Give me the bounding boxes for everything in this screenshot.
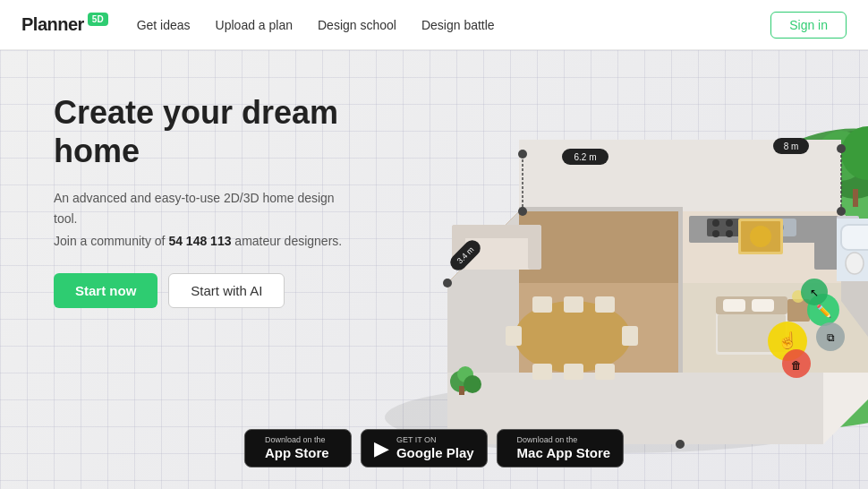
community-text: Join a community of 54 148 113 amateur d… <box>54 234 358 248</box>
svg-rect-7 <box>678 207 683 373</box>
floor-plan-svg: 6.2 m 8 m 3.4 m 2.5 m ☝ ✏️ ↖ <box>340 50 868 489</box>
start-now-button[interactable]: Start now <box>54 273 157 308</box>
svg-text:✏️: ✏️ <box>816 304 832 319</box>
app-store-main-text: App Store <box>265 445 329 461</box>
svg-rect-8 <box>519 207 680 211</box>
svg-text:☝: ☝ <box>778 330 798 350</box>
svg-point-76 <box>676 440 685 449</box>
svg-rect-20 <box>532 296 552 313</box>
app-store-top-text: Download on the <box>265 435 329 445</box>
svg-text:↖: ↖ <box>810 287 819 299</box>
nav-design-battle[interactable]: Design battle <box>421 18 495 32</box>
google-play-badge[interactable]: ▶ GET IT ON Google Play <box>361 429 488 468</box>
main-content: Create your dream home An advanced and e… <box>0 50 868 489</box>
svg-point-35 <box>464 375 481 393</box>
house-illustration: 6.2 m 8 m 3.4 m 2.5 m ☝ ✏️ ↖ <box>340 50 868 489</box>
svg-point-16 <box>712 230 719 237</box>
logo-badge: 5D <box>88 13 108 26</box>
google-play-top-text: GET IT ON <box>396 435 474 445</box>
hero-description: An advanced and easy-to-use 2D/3D home d… <box>54 188 358 228</box>
mac-app-store-badge[interactable]: Download on the Mac App Store <box>497 429 624 468</box>
svg-rect-39 <box>752 299 774 312</box>
svg-rect-26 <box>506 326 522 346</box>
svg-point-15 <box>726 219 733 227</box>
svg-text:⧉: ⧉ <box>827 331 835 344</box>
svg-rect-47 <box>841 225 868 250</box>
hero-title: Create your dream home <box>54 93 358 170</box>
svg-point-17 <box>726 230 733 237</box>
svg-rect-23 <box>532 364 552 380</box>
logo[interactable]: Planner 5D <box>21 14 108 35</box>
mac-store-top-text: Download on the <box>517 435 610 445</box>
svg-rect-34 <box>459 386 464 395</box>
header: Planner 5D Get ideas Upload a plan Desig… <box>0 0 868 50</box>
svg-point-48 <box>846 253 864 274</box>
svg-rect-25 <box>595 364 615 380</box>
svg-rect-38 <box>723 299 745 312</box>
svg-rect-31 <box>452 225 541 238</box>
mac-store-main-text: Mac App Store <box>517 445 610 461</box>
nav-design-school[interactable]: Design school <box>318 18 396 32</box>
sign-in-button[interactable]: Sign in <box>770 12 847 39</box>
app-badges: Download on the App Store ▶ GET IT ON Go… <box>244 429 624 468</box>
svg-rect-27 <box>622 326 638 346</box>
nav-get-ideas[interactable]: Get ideas <box>137 18 191 32</box>
nav-upload-plan[interactable]: Upload a plan <box>216 18 293 32</box>
logo-text: Planner <box>21 14 84 35</box>
main-nav: Get ideas Upload a plan Design school De… <box>137 18 771 32</box>
hero-section: Create your dream home An advanced and e… <box>0 50 358 489</box>
play-icon: ▶ <box>374 439 389 459</box>
svg-point-45 <box>750 226 771 247</box>
svg-text:8 m: 8 m <box>784 142 799 151</box>
svg-text:6.2 m: 6.2 m <box>574 152 596 162</box>
svg-point-14 <box>712 219 719 227</box>
community-count: 54 148 113 <box>168 234 231 248</box>
start-with-ai-button[interactable]: Start with AI <box>168 273 285 308</box>
app-store-badge[interactable]: Download on the App Store <box>244 429 352 468</box>
cta-buttons: Start now Start with AI <box>54 273 358 308</box>
svg-rect-22 <box>595 296 615 313</box>
google-play-main-text: Google Play <box>396 445 474 461</box>
svg-rect-21 <box>564 296 583 313</box>
svg-rect-24 <box>564 364 583 380</box>
svg-text:🗑: 🗑 <box>791 359 802 372</box>
svg-point-73 <box>443 279 452 287</box>
svg-rect-4 <box>853 189 858 207</box>
